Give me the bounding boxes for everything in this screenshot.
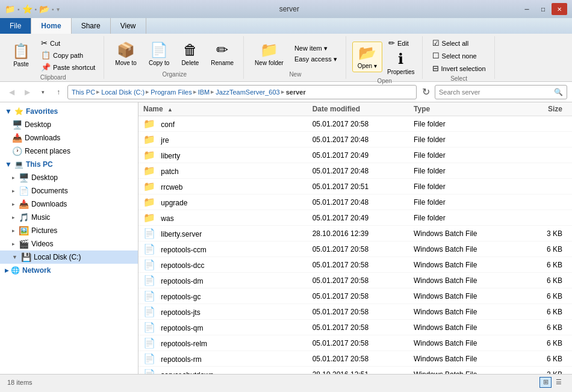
easy-access-button[interactable]: Easy access ▾ — [291, 54, 341, 64]
table-row[interactable]: 📁 patch 05.01.2017 20:48 File folder — [138, 163, 572, 179]
table-row[interactable]: 📄 repotools-relm 05.01.2017 20:58 Window… — [138, 335, 572, 351]
recent-button[interactable]: ▾ — [36, 86, 49, 99]
minimize-button[interactable]: ─ — [519, 3, 535, 15]
delete-button[interactable]: 🗑 Delete — [176, 39, 204, 69]
edit-button[interactable]: ✏ Edit — [385, 37, 417, 49]
sidebar-item-documents[interactable]: ▸ 📄 Documents — [0, 184, 138, 198]
file-size-cell: 6 KB — [515, 323, 567, 332]
sidebar-item-recent-fav[interactable]: 🕐 Recent places — [0, 145, 138, 158]
favorites-header[interactable]: ▼ ⭐ Favorites — [0, 105, 138, 118]
back-button[interactable]: ◀ — [5, 86, 18, 99]
sidebar-item-downloads-fav[interactable]: 📥 Downloads — [0, 131, 138, 145]
up-button[interactable]: ↑ — [52, 86, 65, 99]
table-row[interactable]: 📁 rrcweb 05.01.2017 20:51 File folder — [138, 179, 572, 194]
batch-file-icon: 📄 — [143, 244, 155, 254]
sidebar-item-videos[interactable]: ▸ 🎬 Videos — [0, 237, 138, 250]
col-header-type[interactable]: Type — [414, 105, 515, 113]
sidebar-item-desktop-pc[interactable]: ▸ 🖥️ Desktop — [0, 171, 138, 184]
sidebar-item-desktop-fav[interactable]: 🖥️ Desktop — [0, 118, 138, 131]
file-size-cell: 6 KB — [515, 245, 567, 254]
ribbon-tabs: File Home Share View — [0, 18, 572, 34]
file-type-cell: File folder — [414, 151, 515, 160]
table-row[interactable]: 📄 repotools-jts 05.01.2017 20:58 Windows… — [138, 304, 572, 320]
cut-button[interactable]: ✂ Cut — [37, 37, 99, 49]
file-name-cell: 📄 repotools-dcc — [143, 259, 312, 270]
copy-path-icon: 📋 — [41, 51, 51, 60]
table-row[interactable]: 📄 repotools-ccm 05.01.2017 20:58 Windows… — [138, 241, 572, 257]
breadcrumb-programfiles[interactable]: Program Files — [151, 89, 191, 96]
copy-to-button[interactable]: 📄 Copy to — [144, 39, 174, 69]
tab-file[interactable]: File — [0, 18, 31, 34]
table-row[interactable]: 📁 upgrade 05.01.2017 20:48 File folder — [138, 194, 572, 210]
paste-button[interactable]: 📋 Paste — [7, 40, 35, 70]
sidebar-item-label: Desktop — [25, 120, 51, 129]
invert-selection-button[interactable]: ⊟ Invert selection — [429, 63, 490, 74]
ribbon-group-select: ☑ Select all ☐ Select none ⊟ Invert sele… — [424, 36, 495, 79]
table-row[interactable]: 📄 liberty.server 28.10.2016 12:39 Window… — [138, 226, 572, 241]
sidebar-item-label: Documents — [31, 187, 68, 195]
col-header-name[interactable]: Name ▲ — [143, 105, 312, 113]
table-row[interactable]: 📄 repotools-rm 05.01.2017 20:58 Windows … — [138, 351, 572, 367]
file-type-cell: File folder — [414, 214, 515, 222]
sidebar-item-music[interactable]: ▸ 🎵 Music — [0, 211, 138, 224]
large-icons-view-button[interactable]: ⊞ — [539, 377, 552, 388]
file-size-cell: 6 KB — [515, 292, 567, 300]
maximize-button[interactable]: □ — [535, 3, 551, 15]
tab-home[interactable]: Home — [31, 18, 71, 34]
breadcrumb-jazzteam[interactable]: JazzTeamServer_603 — [216, 89, 279, 96]
thispc-header[interactable]: ▼ 💻 This PC — [0, 158, 138, 171]
details-view-button[interactable]: ☰ — [553, 377, 565, 388]
tab-view[interactable]: View — [111, 18, 146, 34]
folder-icon: 📁 — [143, 166, 155, 176]
search-icon: 🔍 — [554, 88, 563, 96]
title-bar-left: 📁 ▪ ⭐ ▪ 📂 ▪ ▾ — [5, 4, 60, 14]
table-row[interactable]: 📁 conf 05.01.2017 20:58 File folder — [138, 116, 572, 132]
tab-share[interactable]: Share — [72, 18, 111, 34]
folder-icon: 📁 — [143, 150, 155, 160]
file-size-cell: 6 KB — [515, 276, 567, 285]
new-folder-button[interactable]: 📁 New folder — [250, 39, 288, 69]
sidebar-item-pictures[interactable]: ▸ 🖼️ Pictures — [0, 224, 138, 237]
copy-path-button[interactable]: 📋 Copy path — [37, 49, 99, 61]
move-to-button[interactable]: 📦 Move to — [110, 39, 141, 69]
col-header-date[interactable]: Date modified — [312, 105, 414, 113]
rename-button[interactable]: ✏ Rename — [206, 39, 238, 69]
col-header-size[interactable]: Size — [515, 105, 567, 113]
table-row[interactable]: 📄 repotools-dm 05.01.2017 20:58 Windows … — [138, 273, 572, 288]
batch-file-icon: 📄 — [143, 338, 155, 348]
table-row[interactable]: 📁 jre 05.01.2017 20:48 File folder — [138, 132, 572, 148]
sidebar-item-localdisk[interactable]: ▼ 💾 Local Disk (C:) — [0, 250, 138, 264]
breadcrumb-ibm[interactable]: IBM — [198, 89, 210, 96]
close-button[interactable]: ✕ — [552, 3, 567, 15]
clipboard-buttons: 📋 Paste ✂ Cut 📋 Copy path 📌 Paste shortc… — [7, 37, 99, 73]
breadcrumb-localdisk[interactable]: Local Disk (C:) — [101, 89, 145, 96]
paste-shortcut-button[interactable]: 📌 Paste shortcut — [37, 61, 99, 73]
breadcrumb[interactable]: This PC ▸ Local Disk (C:) ▸ Program File… — [67, 85, 417, 99]
folder-icon: 📁 — [143, 134, 155, 145]
file-name-cell: 📄 repotools-jts — [143, 306, 312, 317]
new-item-button[interactable]: New item ▾ — [291, 43, 341, 54]
table-row[interactable]: 📄 server.shutdown 28.10.2016 12:51 Windo… — [138, 367, 572, 374]
forward-button[interactable]: ▶ — [20, 86, 34, 99]
file-list-header[interactable]: Name ▲ Date modified Type Size — [138, 102, 572, 116]
table-row[interactable]: 📄 repotools-gc 05.01.2017 20:58 Windows … — [138, 288, 572, 304]
table-row[interactable]: 📄 repotools-qm 05.01.2017 20:58 Windows … — [138, 320, 572, 335]
select-none-button[interactable]: ☐ Select none — [429, 50, 490, 61]
search-input[interactable] — [439, 89, 552, 96]
table-row[interactable]: 📁 liberty 05.01.2017 20:49 File folder — [138, 148, 572, 163]
table-row[interactable]: 📁 was 05.01.2017 20:49 File folder — [138, 210, 572, 226]
open-button[interactable]: 📂 Open ▾ — [352, 42, 382, 72]
select-buttons: ☑ Select all ☐ Select none ⊟ Invert sele… — [429, 37, 490, 74]
properties-button[interactable]: ℹ Properties — [385, 49, 417, 76]
title-bar: 📁 ▪ ⭐ ▪ 📂 ▪ ▾ server ─ □ ✕ — [0, 0, 572, 18]
table-row[interactable]: 📄 repotools-dcc 05.01.2017 20:58 Windows… — [138, 257, 572, 273]
file-name-cell: 📄 repotools-ccm — [143, 243, 312, 255]
breadcrumb-thispc[interactable]: This PC — [72, 89, 95, 96]
select-all-button[interactable]: ☑ Select all — [429, 37, 490, 49]
refresh-button[interactable]: ↻ — [419, 86, 432, 99]
sidebar-item-downloads-pc[interactable]: ▸ 📥 Downloads — [0, 198, 138, 211]
file-date-cell: 05.01.2017 20:58 — [312, 308, 414, 316]
organize-buttons: 📦 Move to 📄 Copy to 🗑 Delete ✏ Rename — [110, 37, 238, 70]
network-header[interactable]: ▸ 🌐 Network — [0, 264, 138, 277]
search-box[interactable]: 🔍 — [435, 85, 567, 99]
